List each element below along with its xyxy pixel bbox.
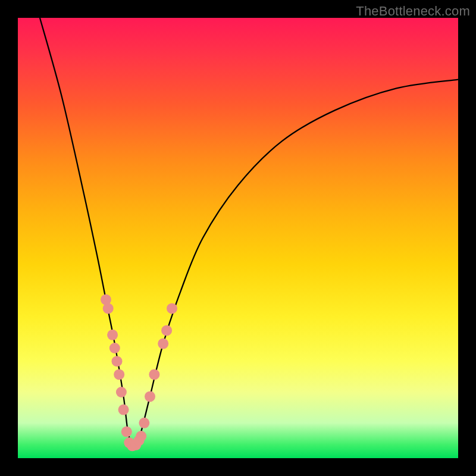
data-marker	[136, 431, 146, 441]
data-marker	[139, 418, 149, 428]
data-marker	[103, 303, 114, 314]
data-marker	[161, 325, 172, 336]
watermark-text: TheBottleneck.com	[356, 4, 470, 19]
marker-group	[101, 295, 177, 452]
data-marker	[167, 303, 177, 314]
plot-area	[18, 18, 458, 458]
data-marker	[121, 427, 132, 437]
data-marker	[112, 356, 123, 367]
data-marker	[109, 343, 120, 353]
data-marker	[149, 369, 159, 380]
bottleneck-curve	[40, 18, 458, 447]
data-marker	[116, 387, 127, 397]
data-marker	[145, 391, 155, 402]
curve-layer	[18, 18, 458, 458]
data-marker	[107, 330, 118, 340]
data-marker	[118, 405, 129, 415]
data-marker	[158, 339, 168, 349]
outer-frame: TheBottleneck.com	[0, 0, 476, 476]
data-marker	[114, 369, 124, 380]
